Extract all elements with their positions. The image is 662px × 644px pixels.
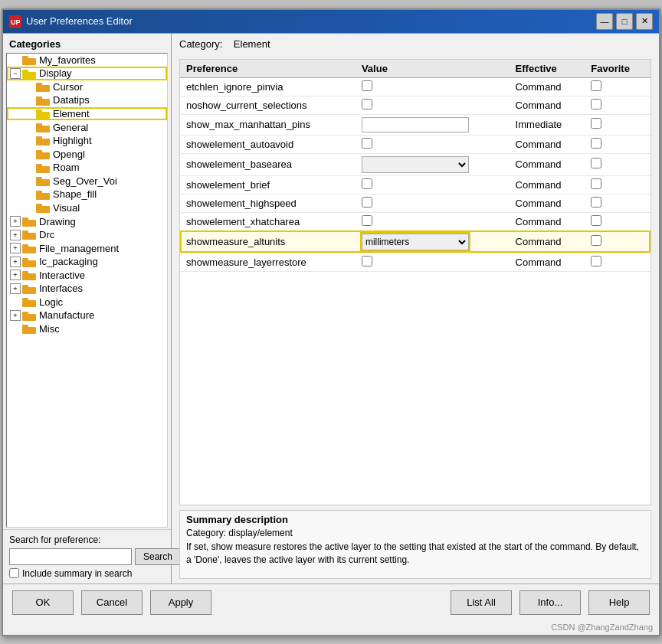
pref-select-showelement_basearea[interactable] bbox=[362, 156, 469, 173]
pref-value-etchlen_ignore_pinvia bbox=[356, 77, 510, 96]
pref-favorite-showelement_xhatcharea[interactable] bbox=[585, 212, 651, 230]
pref-value-showelement_basearea[interactable] bbox=[356, 153, 510, 175]
fav-checkbox-etchlen_ignore_pinvia[interactable] bbox=[591, 80, 601, 91]
pref-favorite-etchlen_ignore_pinvia[interactable] bbox=[585, 77, 651, 96]
expand-btn-display[interactable]: − bbox=[10, 68, 21, 79]
fav-checkbox-showelement_basearea[interactable] bbox=[591, 158, 601, 168]
tree-item-drawing[interactable]: + Drawing bbox=[7, 214, 167, 228]
pref-favorite-showmeasure_layerrestore[interactable] bbox=[585, 253, 651, 271]
tree-item-roam[interactable]: Roam bbox=[7, 161, 167, 175]
expand-btn-manufacture[interactable]: + bbox=[10, 310, 21, 321]
table-row: etchlen_ignore_pinviaCommand bbox=[180, 77, 651, 96]
tree-label-my_favorites: My_favorites bbox=[39, 54, 96, 66]
expand-btn-drc[interactable]: + bbox=[10, 230, 21, 240]
tree-item-opengl[interactable]: Opengl bbox=[7, 147, 167, 161]
tree-item-ic_packaging[interactable]: + Ic_packaging bbox=[7, 255, 167, 269]
apply-button[interactable]: Apply bbox=[150, 590, 211, 615]
table-row: noshow_current_selectionsCommand bbox=[180, 96, 651, 114]
search-row: Search bbox=[9, 548, 165, 565]
folder-icon-general bbox=[36, 121, 50, 133]
minimize-button[interactable]: — bbox=[596, 13, 613, 30]
pref-favorite-showmeasure_altunits[interactable] bbox=[585, 230, 651, 253]
help-button[interactable]: Help bbox=[588, 590, 650, 615]
expand-btn-interfaces[interactable]: + bbox=[10, 283, 21, 294]
expand-btn-drawing[interactable]: + bbox=[10, 216, 21, 227]
pref-favorite-showelement_autoavoid[interactable] bbox=[585, 135, 651, 153]
pref-table-container[interactable]: Preference Value Effective Favorite etch… bbox=[179, 59, 651, 505]
pref-favorite-noshow_current_selections[interactable] bbox=[585, 96, 651, 114]
fav-checkbox-showmeasure_altunits[interactable] bbox=[591, 235, 601, 246]
category-prefix: Category: bbox=[179, 38, 222, 50]
svg-rect-49 bbox=[37, 206, 49, 212]
pref-value-show_max_manhattan_pins[interactable] bbox=[356, 114, 510, 135]
pref-checkbox-showmeasure_layerrestore[interactable] bbox=[362, 256, 372, 266]
pref-checkbox-showelement_highspeed[interactable] bbox=[362, 197, 372, 208]
tree-item-datatips[interactable]: Datatips bbox=[7, 93, 167, 107]
list-all-button[interactable]: List All bbox=[451, 590, 512, 615]
pref-checkbox-showelement_autoavoid[interactable] bbox=[362, 138, 372, 149]
tree-label-drc: Drc bbox=[39, 229, 54, 240]
fav-checkbox-showelement_autoavoid[interactable] bbox=[591, 138, 601, 149]
tree-item-interactive[interactable]: + Interactive bbox=[7, 269, 167, 283]
pref-favorite-showelement_brief[interactable] bbox=[585, 175, 651, 194]
pref-checkbox-etchlen_ignore_pinvia[interactable] bbox=[362, 80, 372, 91]
close-button[interactable]: ✕ bbox=[636, 13, 653, 30]
tree-item-manufacture[interactable]: + Manufacture bbox=[7, 309, 167, 322]
search-input[interactable] bbox=[9, 548, 132, 565]
tree-item-highlight[interactable]: Highlight bbox=[7, 134, 167, 148]
tree-item-visual[interactable]: Visual bbox=[7, 201, 167, 215]
fav-checkbox-showelement_xhatcharea[interactable] bbox=[591, 215, 601, 226]
pref-favorite-show_max_manhattan_pins[interactable] bbox=[585, 114, 651, 135]
tree-item-interfaces[interactable]: + Interfaces bbox=[7, 282, 167, 296]
pref-effective-showelement_highspeed: Command bbox=[510, 194, 585, 212]
tree-item-file_management[interactable]: + File_management bbox=[7, 241, 167, 255]
fav-checkbox-show_max_manhattan_pins[interactable] bbox=[591, 118, 601, 129]
folder-icon-seg_over_voi bbox=[36, 175, 50, 188]
tree-item-misc[interactable]: Misc bbox=[7, 322, 167, 336]
include-checkbox[interactable] bbox=[9, 568, 19, 578]
table-row: showelement_autoavoidCommand bbox=[180, 135, 651, 153]
expand-btn-ic_packaging[interactable]: + bbox=[10, 257, 21, 267]
left-panel: Categories My_favorites− Display Cursor … bbox=[3, 34, 172, 584]
pref-text-show_max_manhattan_pins[interactable] bbox=[362, 117, 469, 132]
fav-checkbox-showmeasure_layerrestore[interactable] bbox=[591, 256, 601, 266]
pref-name-showelement_xhatcharea: showelement_xhatcharea bbox=[180, 212, 356, 230]
tree-item-general[interactable]: General bbox=[7, 120, 167, 134]
tree-label-highlight: Highlight bbox=[53, 135, 92, 146]
maximize-button[interactable]: □ bbox=[616, 13, 633, 30]
fav-checkbox-showelement_highspeed[interactable] bbox=[591, 197, 601, 208]
table-header-row: Preference Value Effective Favorite bbox=[180, 60, 651, 78]
tree-item-display[interactable]: − Display bbox=[7, 67, 167, 80]
pref-name-etchlen_ignore_pinvia: etchlen_ignore_pinvia bbox=[180, 77, 356, 96]
ok-button[interactable]: OK bbox=[12, 590, 74, 615]
pref-favorite-showelement_highspeed[interactable] bbox=[585, 194, 651, 212]
fav-checkbox-showelement_brief[interactable] bbox=[591, 178, 601, 189]
pref-name-showmeasure_altunits: showmeasure_altunits bbox=[180, 230, 356, 253]
tree-item-cursor[interactable]: Cursor bbox=[7, 80, 167, 94]
col-favorite: Favorite bbox=[585, 60, 651, 78]
table-row: showmeasure_altunitsmillimetersinchesmil… bbox=[180, 230, 651, 253]
pref-checkbox-showelement_xhatcharea[interactable] bbox=[362, 215, 372, 226]
pref-effective-showmeasure_layerrestore: Command bbox=[510, 253, 585, 271]
folder-icon-element bbox=[36, 108, 50, 120]
search-section: Search for preference: Search Include su… bbox=[3, 529, 171, 584]
tree-item-seg_over_voi[interactable]: Seg_Over_Voi bbox=[7, 175, 167, 188]
info-button[interactable]: Info... bbox=[519, 590, 581, 615]
pref-value-showmeasure_altunits[interactable]: millimetersinchesmils bbox=[356, 230, 510, 253]
tree-item-element[interactable]: Element bbox=[7, 107, 167, 121]
expand-btn-interactive[interactable]: + bbox=[10, 270, 21, 280]
fav-checkbox-noshow_current_selections[interactable] bbox=[591, 99, 601, 110]
tree-label-file_management: File_management bbox=[39, 243, 119, 254]
tree-item-shape_fill[interactable]: Shape_fill bbox=[7, 188, 167, 201]
pref-select-showmeasure_altunits[interactable]: millimetersinchesmils bbox=[362, 234, 469, 250]
pref-checkbox-showelement_brief[interactable] bbox=[362, 178, 372, 189]
pref-favorite-showelement_basearea[interactable] bbox=[585, 153, 651, 175]
pref-checkbox-noshow_current_selections[interactable] bbox=[362, 99, 372, 110]
tree-item-logic[interactable]: Logic bbox=[7, 296, 167, 309]
tree-item-my_favorites[interactable]: My_favorites bbox=[7, 54, 167, 67]
svg-rect-65 bbox=[23, 260, 35, 266]
tree-container[interactable]: My_favorites− Display Cursor Datatips El… bbox=[6, 53, 168, 528]
tree-item-drc[interactable]: + Drc bbox=[7, 228, 167, 242]
expand-btn-file_management[interactable]: + bbox=[10, 243, 21, 253]
cancel-button[interactable]: Cancel bbox=[81, 590, 143, 615]
